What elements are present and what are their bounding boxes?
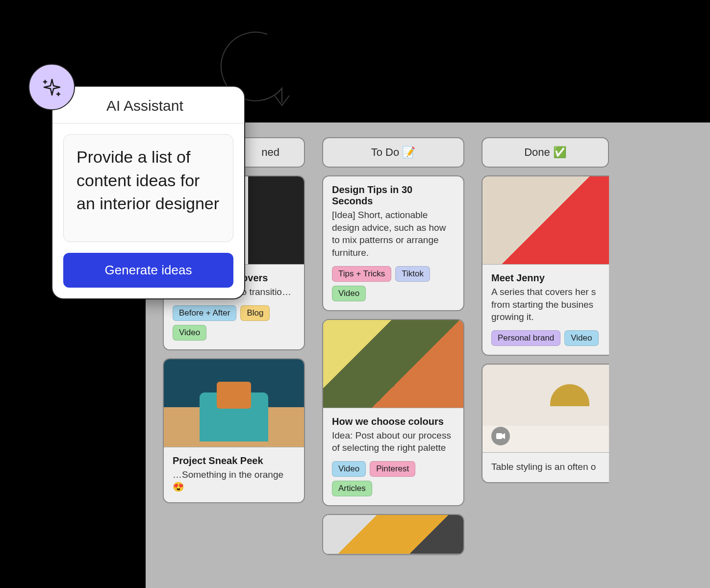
card-image xyxy=(164,359,304,447)
card-description: [Idea] Short, actionable design advice, … xyxy=(332,209,455,259)
card-image xyxy=(323,515,463,554)
tag[interactable]: Video xyxy=(173,325,206,341)
tag[interactable]: Personal brand xyxy=(491,330,560,346)
card-title: Design Tips in 30 Seconds xyxy=(332,184,455,207)
card-image xyxy=(482,365,609,453)
card-choose-colours[interactable]: How we choose colours Idea: Post about o… xyxy=(322,319,464,506)
card-title: Meet Jenny xyxy=(491,272,600,284)
card-design-tips[interactable]: Design Tips in 30 Seconds [Idea] Short, … xyxy=(322,175,464,311)
column-label: To Do 📝 xyxy=(371,146,416,158)
card-description: Idea: Post about our process of selectin… xyxy=(332,429,455,454)
card-partial[interactable] xyxy=(322,514,464,555)
video-badge-icon xyxy=(491,427,510,445)
card-tags: Video Pinterest Articles xyxy=(332,461,455,496)
tag[interactable]: Before + After xyxy=(173,305,236,321)
ai-assistant-panel: AI Assistant Generate ideas xyxy=(51,86,245,299)
sparkle-icon xyxy=(40,75,64,99)
card-tags: Before + After Blog Video xyxy=(173,305,295,341)
card-description: A series that covers her s from starting… xyxy=(491,286,600,323)
ai-prompt-input[interactable] xyxy=(63,134,233,242)
svg-rect-0 xyxy=(496,433,502,439)
card-table-styling[interactable]: Table styling is an often o xyxy=(482,364,609,483)
tag[interactable]: Tiktok xyxy=(395,266,430,282)
tag[interactable]: Articles xyxy=(332,481,372,496)
column-label: ned xyxy=(261,146,279,158)
tag[interactable]: Video xyxy=(564,330,598,346)
card-image xyxy=(482,176,609,265)
generate-ideas-button[interactable]: Generate ideas xyxy=(63,253,233,288)
card-meet-jenny[interactable]: Meet Jenny A series that covers her s fr… xyxy=(482,175,609,356)
column-label: Done ✅ xyxy=(524,146,566,158)
card-image xyxy=(323,320,463,408)
tag[interactable]: Tips + Tricks xyxy=(332,266,391,282)
sparkle-badge xyxy=(28,64,75,110)
tag[interactable]: Blog xyxy=(240,305,270,321)
card-sneak-peek[interactable]: Project Sneak Peek …Something in the ora… xyxy=(163,358,305,503)
column-todo: To Do 📝 Design Tips in 30 Seconds [Idea]… xyxy=(322,137,464,588)
tag[interactable]: Pinterest xyxy=(370,461,415,477)
column-done: Done ✅ Meet Jenny A series that covers h… xyxy=(482,137,609,588)
card-tags: Personal brand Video xyxy=(491,330,600,346)
column-header-todo[interactable]: To Do 📝 xyxy=(322,137,464,168)
column-header-done[interactable]: Done ✅ xyxy=(482,137,609,168)
card-description: Table styling is an often o xyxy=(491,461,600,473)
ai-assistant-title: AI Assistant xyxy=(52,87,244,123)
tag[interactable]: Video xyxy=(332,286,366,301)
card-title: How we choose colours xyxy=(332,416,455,427)
card-tags: Tips + Tricks Tiktok Video xyxy=(332,266,455,301)
card-description: …Something in the orange 😍 xyxy=(173,468,295,493)
card-title: Project Sneak Peek xyxy=(173,455,295,466)
tag[interactable]: Video xyxy=(332,461,366,477)
